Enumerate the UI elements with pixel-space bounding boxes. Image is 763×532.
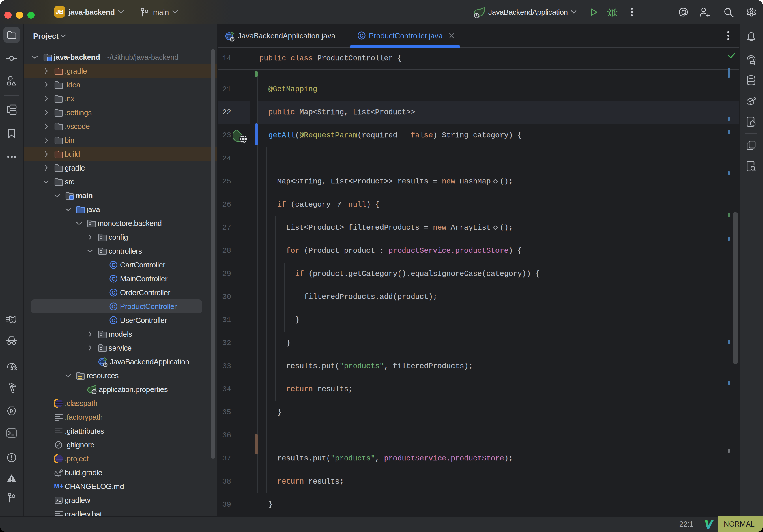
svg-text:C: C (360, 33, 364, 39)
svg-text:M: M (54, 483, 59, 490)
svg-text:C: C (111, 276, 115, 282)
svg-text:C: C (111, 290, 115, 296)
svg-text:C: C (111, 303, 115, 310)
svg-text:C: C (111, 317, 115, 323)
svg-text:C: C (111, 262, 115, 268)
